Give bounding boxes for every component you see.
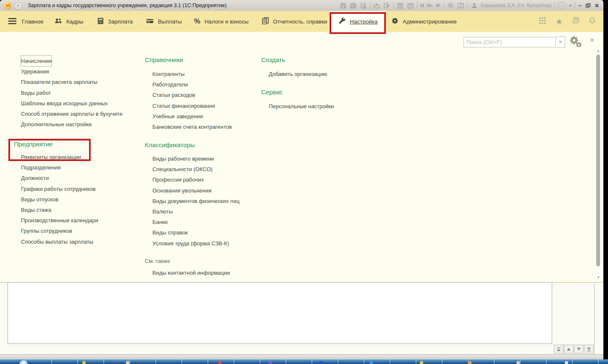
menu-link[interactable]: Учебные заведения (152, 111, 203, 122)
notifications-bell-icon[interactable] (589, 17, 596, 26)
tab-nalogi[interactable]: % Налоги и взносы (191, 11, 251, 32)
minimize-button[interactable]: – (578, 3, 582, 8)
section-header-see-also: См. также (145, 258, 170, 264)
klassifikatory-menu-list: Виды рабочего времениСпециальности (ОКСО… (152, 153, 239, 249)
menu-link[interactable]: Основания увольнения (152, 185, 212, 196)
scroll-to-bottom-button[interactable] (584, 345, 594, 354)
restore-button[interactable] (584, 2, 592, 9)
taskbar-app-icon[interactable] (319, 361, 322, 364)
scroll-down-button[interactable] (574, 345, 584, 354)
tab-kadry[interactable]: Кадры (52, 11, 86, 32)
history-icon[interactable] (572, 17, 579, 26)
taskbar-app-icon[interactable] (565, 361, 568, 364)
menu-link[interactable]: Персональные настройки (269, 101, 334, 112)
menu-link[interactable]: Контрагенты (152, 69, 185, 79)
taskbar[interactable] (0, 359, 608, 364)
menu-link[interactable]: Виды стажа (21, 205, 51, 215)
search-clear-button[interactable]: × (556, 36, 565, 48)
hamburger-menu-icon[interactable] (8, 18, 16, 26)
calculator-icon[interactable] (397, 2, 404, 9)
menu-link[interactable]: Должности (21, 173, 49, 183)
menu-link[interactable]: Виды справок (152, 227, 188, 238)
split-view-icon[interactable] (457, 2, 464, 9)
menu-link[interactable]: Виды документов физических лиц (152, 196, 239, 206)
favorites-star-icon[interactable]: ★ (556, 17, 563, 26)
menu-link[interactable]: Банки (152, 217, 168, 227)
menu-link[interactable]: Валюты (152, 206, 173, 217)
titlebar-separator (370, 2, 370, 9)
user-icon (471, 2, 478, 9)
memory-m-button[interactable]: M (420, 3, 424, 8)
print-preview-icon[interactable] (360, 2, 367, 9)
scroll-to-top-button[interactable] (554, 345, 563, 354)
tab-glavnoe[interactable]: Главное (19, 11, 46, 32)
memory-mminus-button[interactable]: M- (436, 3, 441, 8)
taskbar-app-icon[interactable] (370, 361, 373, 364)
see-also-menu-list: Виды контактной информации (152, 268, 230, 278)
taskbar-app-icon[interactable] (269, 361, 272, 364)
scroll-up-button[interactable] (564, 345, 574, 354)
menu-link[interactable]: Способы выплаты зарплаты (21, 237, 93, 247)
main-menu-caret-button[interactable]: ▼ (14, 3, 22, 10)
menu-link[interactable]: Виды работ (21, 88, 51, 98)
info-icon[interactable]: i (558, 2, 566, 10)
calculator-icon (97, 18, 104, 26)
menu-link[interactable]: Дополнительные настройки (21, 119, 92, 130)
menu-link[interactable]: Подразделения (21, 162, 61, 173)
menu-link[interactable]: Статьи расходов (152, 90, 195, 100)
panel-close-icon[interactable]: × (588, 36, 596, 44)
menu-link[interactable]: Графики работы сотрудников (21, 184, 96, 194)
menu-link[interactable]: Производственные календари (21, 215, 98, 226)
menu-link[interactable]: Показатели расчета зарплаты (21, 77, 97, 87)
menu-link[interactable]: Профессии рабочих (152, 174, 204, 185)
menu-link[interactable]: Виды контактной информации (152, 268, 230, 278)
card-icon (146, 18, 154, 26)
menu-link[interactable]: Виды отпусков (21, 194, 58, 205)
memory-mplus-button[interactable]: M+ (427, 3, 433, 8)
panel-scrollbar[interactable]: ▲ ▼ (595, 49, 601, 279)
all-functions-grid-icon[interactable] (539, 17, 546, 26)
zoom-icon[interactable] (447, 2, 454, 9)
menu-link[interactable]: Работодатели (152, 79, 188, 90)
taskbar-app-icon[interactable] (420, 361, 423, 364)
tab-administrirovanie[interactable]: Администрирование (389, 11, 459, 32)
menu-link[interactable]: Начисления (21, 56, 52, 66)
print-icon[interactable] (350, 2, 357, 9)
titlebar-menu-caret-icon[interactable]: ▼ (569, 4, 572, 8)
search-area: × (464, 36, 565, 48)
taskbar-app-icon[interactable] (218, 361, 222, 364)
scrollbar-thumb[interactable] (596, 55, 600, 266)
menu-link[interactable]: Статьи финансирования (152, 101, 215, 111)
scrollbar-up-icon[interactable]: ▲ (596, 49, 600, 53)
taskbar-app-icon[interactable] (468, 361, 472, 364)
close-button[interactable]: ✕ (595, 3, 599, 9)
scrollbar-down-icon[interactable]: ▼ (596, 276, 600, 279)
menu-link[interactable]: Добавить организацию (269, 69, 327, 79)
menu-link[interactable]: Способ отражения зарплаты в бухучете (21, 109, 123, 119)
menu-link[interactable]: Удержания (21, 66, 49, 77)
window-bottom-frame (0, 354, 603, 359)
highlight-box-enterprise (8, 139, 91, 161)
svg-text:31: 31 (409, 5, 412, 8)
tab-otchetnost[interactable]: Отчетность, справки (259, 11, 330, 32)
taskbar-app-icon[interactable] (82, 361, 86, 364)
taskbar-app-icon[interactable] (126, 361, 129, 364)
taskbar-app-icon[interactable] (516, 361, 520, 364)
tab-vyplaty[interactable]: Выплаты (144, 11, 184, 32)
attach-file-icon[interactable] (373, 2, 380, 9)
tab-zarplata[interactable]: Зарплата (95, 11, 135, 32)
menu-link[interactable]: Условия труда (форма СЗВ-К) (152, 238, 229, 249)
panel-settings-gears-icon[interactable] (569, 36, 582, 49)
search-input[interactable] (464, 37, 556, 47)
desktop-screen: 1С ▼ Зарплата и кадры государственного у… (0, 0, 608, 364)
menu-link[interactable]: Группы сотрудников (21, 226, 72, 236)
save-icon[interactable] (340, 2, 347, 9)
calendar-icon[interactable]: 31 (407, 2, 414, 9)
start-button[interactable] (19, 360, 28, 364)
menu-link[interactable]: Специальности (ОКСО) (152, 164, 212, 174)
menu-link[interactable]: Виды рабочего времени (152, 153, 214, 164)
send-file-icon[interactable] (383, 2, 390, 9)
menu-link[interactable]: Банковские счета контрагентов (152, 122, 232, 132)
menu-link[interactable]: Шаблоны ввода исходных данных (21, 98, 107, 109)
enterprise-menu-list: Реквизиты организацииПодразделенияДолжно… (21, 152, 98, 247)
